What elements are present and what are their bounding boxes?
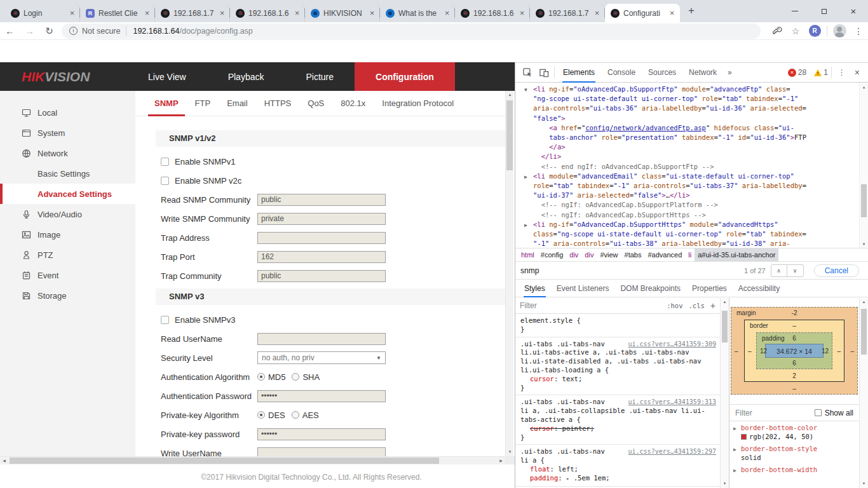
sidebar-item-network[interactable]: Network xyxy=(0,143,135,163)
box-model-padding[interactable]: padding 6 12 12 6 34.672 × 14 xyxy=(756,332,832,369)
devtools-tab-sources[interactable]: Sources xyxy=(642,63,682,83)
elements-scroll-thumb[interactable] xyxy=(861,184,867,217)
tab-close-icon[interactable]: × xyxy=(67,8,77,18)
nav-item-configuration[interactable]: Configuration xyxy=(355,62,455,91)
authentication-password-input[interactable]: •••••• xyxy=(257,390,386,402)
tab-close-icon[interactable]: × xyxy=(667,8,677,18)
code-line[interactable]: ▼<li ng-if="oAdvancedCap.bSupportFtp" mo… xyxy=(527,85,858,94)
cancel-button[interactable]: Cancel xyxy=(814,264,859,277)
code-line[interactable]: role="tab" tabindex="-1" aria-controls="… xyxy=(527,181,858,191)
window-close-button[interactable]: × xyxy=(839,0,868,22)
box-model-margin[interactable]: margin -2 – – – border – – – 2 padding xyxy=(731,307,858,395)
computed-scrollbar[interactable]: ▲ ▼ xyxy=(859,298,868,488)
enable-snmp-v2c-checkbox[interactable] xyxy=(161,177,169,185)
computed-scroll-thumb[interactable] xyxy=(861,309,867,355)
code-line[interactable]: "ng-scope ui-state-default ui-corner-top… xyxy=(527,94,858,104)
elements-scrollbar[interactable]: ▲ ▼ xyxy=(859,83,868,248)
styles-filter-input[interactable]: Filter xyxy=(520,301,537,310)
new-tab-button[interactable]: + xyxy=(682,3,700,20)
scroll-down-icon[interactable]: ▼ xyxy=(721,480,729,488)
sidebar-item-storage[interactable]: Storage xyxy=(0,285,135,306)
stylesheet-link[interactable]: ui.css?vers…4341359:297 xyxy=(628,447,716,456)
nav-item-live-view[interactable]: Live View xyxy=(127,62,207,91)
sidebar-item-video-audio[interactable]: Video/Audio xyxy=(0,204,135,224)
trap-port-input[interactable]: 162 xyxy=(257,251,386,263)
browser-tab-192-168-1-7[interactable]: 192.168.1.7× xyxy=(530,4,605,22)
authentication-algorithm-option-md5[interactable]: MD5 xyxy=(257,372,285,382)
private-key-algorithm-option-des[interactable]: DES xyxy=(257,410,285,420)
key-icon[interactable] xyxy=(767,25,786,36)
scroll-down-icon[interactable]: ▼ xyxy=(506,448,514,456)
disclosure-arrow-icon[interactable]: ▶ xyxy=(524,220,527,230)
nav-item-playback[interactable]: Playback xyxy=(207,62,285,91)
vertical-scroll-thumb[interactable] xyxy=(506,100,513,170)
tab-close-icon[interactable]: × xyxy=(592,8,602,18)
new-style-rule-icon[interactable]: + xyxy=(710,301,715,311)
code-line[interactable]: <!-- end ngIf: oAdvancedCap.bSupportFtp … xyxy=(527,162,858,172)
panel-tab-styles[interactable]: Styles xyxy=(519,280,551,297)
code-line[interactable]: <!-- ngIf: oAdvancedCap.bSupportPlatform… xyxy=(527,200,858,210)
browser-tab-restlet-clie[interactable]: RRestlet Clie× xyxy=(80,4,155,22)
panel-tab-event-listeners[interactable]: Event Listeners xyxy=(551,280,615,297)
panel-tab-accessibility[interactable]: Accessibility xyxy=(733,280,785,297)
code-line[interactable]: aria-controls="ui-tabs-36" aria-labelled… xyxy=(527,104,858,113)
private-key-algorithm-option-aes[interactable]: AES xyxy=(292,410,319,420)
devtools-menu-icon[interactable]: ⋮ xyxy=(834,68,850,77)
breadcrumb-div[interactable]: div xyxy=(566,248,581,262)
sidebar-item-basic-settings[interactable]: Basic Settings xyxy=(0,163,135,184)
tab-close-icon[interactable]: × xyxy=(442,8,452,18)
breadcrumb-view[interactable]: #view xyxy=(597,248,621,262)
computed-filter-input[interactable]: Filter xyxy=(735,409,752,417)
code-line[interactable]: "ui-id-37" aria-selected="false">…</li> xyxy=(527,191,858,200)
breadcrumb-a-ui-id-35-ui-tabs-anchor[interactable]: a#ui-id-35.ui-tabs-anchor xyxy=(695,248,778,262)
authentication-algorithm-option-sha[interactable]: SHA xyxy=(292,372,320,382)
code-line[interactable]: tabs-anchor" role="presentation" tabinde… xyxy=(527,133,858,142)
scroll-down-icon[interactable]: ▼ xyxy=(860,240,868,248)
browser-tab-192-168-1-6[interactable]: 192.168.1.6× xyxy=(455,4,530,22)
nav-item-picture[interactable]: Picture xyxy=(285,62,355,91)
code-line[interactable]: <!-- ngIf: oAdvancedCap.bSupportHttps --… xyxy=(527,210,858,220)
search-input[interactable]: snmp xyxy=(520,266,744,275)
device-toolbar-icon[interactable] xyxy=(536,68,552,78)
css-property-padding[interactable]: padding: ▸ .5em 1em; xyxy=(520,474,716,484)
computed-property-border-bottom-style[interactable]: ▶border-bottom-stylesolid xyxy=(729,442,859,463)
trap-address-input[interactable] xyxy=(257,232,386,244)
tab-ftp[interactable]: FTP xyxy=(187,91,219,116)
devtools-tab-network[interactable]: Network xyxy=(682,63,723,83)
read-snmp-community-input[interactable]: public xyxy=(257,194,386,206)
md5-radio[interactable] xyxy=(257,373,265,381)
stylesheet-link[interactable]: ui.css?vers…4341359:309 xyxy=(628,340,716,349)
disclosure-arrow-icon[interactable]: ▶ xyxy=(733,466,736,475)
stylesheet-link[interactable]: ui.css?vers…4341359:313 xyxy=(628,398,716,407)
box-model-content[interactable]: 34.672 × 14 xyxy=(765,344,824,358)
hov-toggle[interactable]: :hov xyxy=(667,302,682,309)
breadcrumb-li[interactable]: li xyxy=(685,248,695,262)
sidebar-item-advanced-settings[interactable]: Advanced Settings xyxy=(0,184,135,204)
browser-tab-192-168-1-7[interactable]: 192.168.1.7× xyxy=(155,4,230,22)
browser-tab-login[interactable]: Login× xyxy=(5,4,80,22)
window-restore-button[interactable] xyxy=(810,0,839,22)
bookmark-star-icon[interactable]: ☆ xyxy=(786,26,805,36)
extension-badge[interactable]: R xyxy=(809,25,821,37)
enable-snmpv3-checkbox[interactable] xyxy=(161,316,169,324)
browser-menu-icon[interactable]: ⋮ xyxy=(849,26,868,36)
disclosure-arrow-icon[interactable]: ▼ xyxy=(524,85,527,95)
scroll-up-icon[interactable]: ▲ xyxy=(860,83,868,91)
sidebar-item-event[interactable]: Event xyxy=(0,265,135,285)
tab-email[interactable]: Email xyxy=(219,91,256,116)
styles-scroll-thumb[interactable] xyxy=(722,311,728,342)
sha-radio[interactable] xyxy=(292,373,299,381)
browser-tab-192-168-1-6[interactable]: 192.168.1.6× xyxy=(230,4,305,22)
browser-tab-what-is-the[interactable]: What is the× xyxy=(380,4,455,22)
cls-toggle[interactable]: .cls xyxy=(689,302,705,309)
css-property-float[interactable]: float: left; xyxy=(520,465,716,474)
show-all-checkbox[interactable] xyxy=(815,409,822,416)
scroll-down-icon[interactable]: ▼ xyxy=(860,480,868,488)
code-line[interactable]: </li> xyxy=(527,152,858,161)
sidebar-item-image[interactable]: Image xyxy=(0,224,135,245)
code-line[interactable]: </a> xyxy=(527,142,858,152)
expand-icon[interactable]: ▸ xyxy=(566,475,569,482)
search-next-icon[interactable]: ∨ xyxy=(787,265,803,276)
computed-property-border-bottom-width[interactable]: ▶border-bottom-width xyxy=(729,463,859,475)
style-rule[interactable]: ui.css?vers…4341359:309.ui-tabs .ui-tabs… xyxy=(515,337,720,396)
